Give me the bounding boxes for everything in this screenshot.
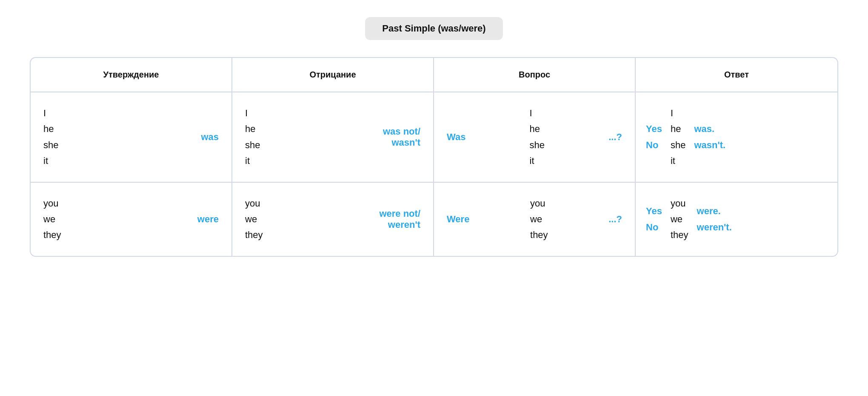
answer-pronouns-1: I he she it xyxy=(671,105,685,169)
header-col2: Отрицание xyxy=(232,58,434,92)
negation-pronouns-1: I he she it xyxy=(245,105,260,169)
negation-cell-2: you we they were not/ weren't xyxy=(232,183,434,256)
answer-verb-2: were. weren't. xyxy=(697,203,732,235)
negation-verb-1: was not/ wasn't xyxy=(383,126,420,148)
negation-verb-2: were not/ weren't xyxy=(379,208,420,230)
answer-yes-no-2: Yes No xyxy=(646,203,662,235)
answer-verb-1: was. wasn't. xyxy=(694,121,725,153)
affirmative-verb-2: were xyxy=(197,214,219,225)
question-verb-2: Were xyxy=(447,214,469,225)
question-cell-2: Were you we they ...? xyxy=(434,183,636,256)
main-table: Утверждение Отрицание Вопрос Ответ I he … xyxy=(30,57,838,257)
title-text: Past Simple (was/were) xyxy=(382,23,485,34)
affirmative-cell-1: I he she it was xyxy=(31,92,232,182)
body-row-1: I he she it was I he she it was not/ was… xyxy=(31,92,837,183)
affirmative-pronouns-1: I he she it xyxy=(43,105,58,169)
header-col3: Вопрос xyxy=(434,58,636,92)
header-row: Утверждение Отрицание Вопрос Ответ xyxy=(31,58,837,92)
question-cell-1: Was I he she it ...? xyxy=(434,92,636,182)
question-verb-1: Was xyxy=(447,132,465,143)
question-dots-2: ...? xyxy=(608,214,622,225)
question-dots-1: ...? xyxy=(608,132,622,143)
body-row-2: you we they were you we they were not/ w… xyxy=(31,183,837,256)
answer-cell-2: Yes No you we they were. weren't. xyxy=(636,183,837,256)
answer-yes-no-1: Yes No xyxy=(646,121,662,153)
affirmative-verb-1: was xyxy=(201,132,219,143)
header-col4: Ответ xyxy=(636,58,837,92)
question-pronouns-1: I he she it xyxy=(530,105,545,169)
negation-pronouns-2: you we they xyxy=(245,195,263,243)
question-pronouns-2: you we they xyxy=(530,195,548,243)
answer-cell-1: Yes No I he she it was. wasn't. xyxy=(636,92,837,182)
affirmative-cell-2: you we they were xyxy=(31,183,232,256)
negation-cell-1: I he she it was not/ wasn't xyxy=(232,92,434,182)
header-col1: Утверждение xyxy=(31,58,232,92)
answer-pronouns-2: you we they xyxy=(671,195,688,243)
title-badge: Past Simple (was/were) xyxy=(365,17,503,40)
affirmative-pronouns-2: you we they xyxy=(43,195,61,243)
